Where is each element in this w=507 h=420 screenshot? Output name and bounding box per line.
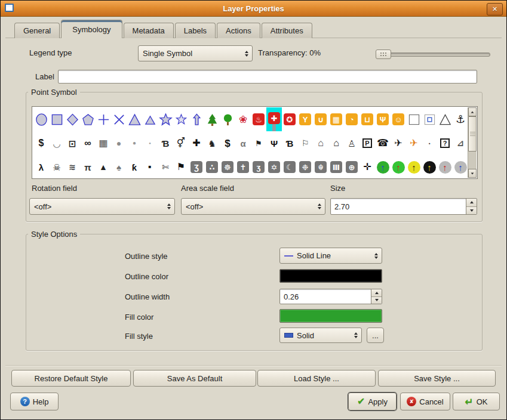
spin-up-icon[interactable] <box>371 289 382 297</box>
symbol-white-square[interactable] <box>406 107 422 131</box>
symbol-list[interactable]: ❀♨✚✪Y∪▦◔⊔Ψ☺⚓$◡⊡∞▦●●●Ɓ⚥✚♞$α⚑ΨƁ⚐⌂⌂♙P☎✈✈●?⊿… <box>32 106 478 179</box>
load-style-button[interactable]: Load Style ... <box>257 370 376 387</box>
restore-default-style-button[interactable]: Restore Default Style <box>11 370 131 387</box>
symbol-cross[interactable] <box>96 107 111 131</box>
symbol-boat[interactable]: ◡ <box>49 131 64 155</box>
symbol-diamond[interactable] <box>64 107 80 131</box>
symbol-marina[interactable]: ⚑ <box>251 131 266 155</box>
symbol-point[interactable]: ● <box>422 131 437 155</box>
symbol-slipway[interactable]: ⊿ <box>453 131 467 155</box>
symbol-north-arrow[interactable]: ✛ <box>359 155 375 178</box>
symbol-arrow[interactable] <box>189 107 204 131</box>
transparency-slider-groove[interactable] <box>376 52 490 57</box>
symbol-small-square[interactable]: ■ <box>142 155 158 178</box>
symbol-building[interactable]: ▦ <box>96 131 111 155</box>
symbol-cinema[interactable]: ▦ <box>328 107 344 131</box>
symbol-worship[interactable]: Ʒ <box>189 155 204 178</box>
symbol-toilets[interactable]: ⚥ <box>173 131 189 155</box>
spin-down-icon[interactable] <box>466 207 477 215</box>
symbol-trail[interactable]: ƙ <box>127 155 142 178</box>
symbol-globe[interactable]: ⊕ <box>344 155 359 178</box>
symbol-swimming[interactable]: ≋ <box>64 155 80 178</box>
symbol-ellipse[interactable]: ● <box>111 131 127 155</box>
scroll-up-icon[interactable] <box>468 107 477 116</box>
outline-color-button[interactable] <box>279 269 382 283</box>
symbol-fuel[interactable]: Ɓ <box>282 131 297 155</box>
scroll-down-icon[interactable] <box>468 169 477 178</box>
symbol-shinto[interactable]: ∴ <box>204 155 220 178</box>
symbol-buddhism[interactable]: ☸ <box>220 155 235 178</box>
symbol-cocktail[interactable]: Y <box>297 107 313 131</box>
fill-style-select[interactable]: Solid <box>279 328 362 343</box>
tab-metadata[interactable]: Metadata <box>124 23 174 38</box>
spin-buttons[interactable] <box>371 289 382 304</box>
symbol-museum[interactable]: Ⅲ <box>328 155 344 178</box>
outline-style-select[interactable]: Solid Line <box>279 248 382 264</box>
symbol-christianity[interactable]: ✝ <box>235 155 251 178</box>
tab-labels[interactable]: Labels <box>175 23 216 38</box>
cancel-button[interactable]: ✘ Cancel <box>400 393 450 410</box>
symbol-bahai[interactable]: ❉ <box>297 155 313 178</box>
titlebar[interactable]: Layer Properties ✕ <box>1 1 506 17</box>
symbol-equilateral-triangle[interactable] <box>142 107 158 131</box>
symbol-car[interactable]: ∞ <box>80 131 96 155</box>
spin-up-icon[interactable] <box>466 199 477 207</box>
symbol-flower[interactable]: ❀ <box>235 107 251 131</box>
symbol-pub[interactable]: ⊔ <box>359 107 375 131</box>
scrollbar-thumb[interactable] <box>468 116 477 152</box>
fill-style-more-button[interactable]: ... <box>367 328 384 343</box>
symbol-fish[interactable]: α <box>235 131 251 155</box>
symbol-fire[interactable]: ♨ <box>251 107 266 131</box>
symbol-sikhism[interactable]: ☬ <box>313 155 328 178</box>
symbol-golf[interactable]: ⚐ <box>297 131 313 155</box>
rotation-field-select[interactable]: <off> <box>29 198 175 215</box>
save-style-button[interactable]: Save Style ... <box>378 370 496 387</box>
symbol-lodging[interactable]: ⌂ <box>328 131 344 155</box>
symbol-unknown[interactable]: ? <box>437 131 453 155</box>
symbol-scrollbar[interactable] <box>468 107 477 178</box>
symbol-marker-red-on-green[interactable]: ↑ <box>391 155 406 178</box>
symbol-cafe[interactable]: ∪ <box>313 107 328 131</box>
spin-buttons[interactable] <box>466 199 477 214</box>
symbol-currency[interactable]: $ <box>220 131 235 155</box>
symbol-first-aid[interactable]: ✚ <box>266 107 282 131</box>
symbol-deer[interactable]: ♞ <box>204 131 220 155</box>
symbol-marker-yellow-on-black[interactable]: ↑ <box>422 155 437 178</box>
symbol-airport[interactable]: ✈ <box>391 131 406 155</box>
symbol-open-triangle[interactable] <box>437 107 453 131</box>
close-icon[interactable]: ✕ <box>487 3 503 16</box>
symbol-pizza[interactable]: ◔ <box>344 107 359 131</box>
symbol-regular-star[interactable] <box>173 107 189 131</box>
symbol-house[interactable]: ⌂ <box>313 131 328 155</box>
symbol-dollar[interactable]: $ <box>33 131 49 155</box>
symbol-dot[interactable]: ● <box>142 131 158 155</box>
symbol-tree[interactable] <box>220 107 235 131</box>
symbol-islam[interactable]: ☾ <box>282 155 297 178</box>
symbol-marker-blue-on-green[interactable]: ↑ <box>375 155 391 178</box>
symbol-anchor[interactable]: ⚓ <box>453 107 467 131</box>
symbol-marker-dark-on-yellow[interactable]: ↑ <box>406 155 422 178</box>
symbol-circle[interactable] <box>33 107 49 131</box>
size-spinbox[interactable]: 2.70 <box>330 198 477 215</box>
ok-button[interactable]: ↵ OK <box>453 393 500 410</box>
symbol-cableway[interactable]: ✄ <box>158 155 173 178</box>
symbol-picnic[interactable]: π <box>80 155 96 178</box>
symbol-triangle[interactable] <box>127 107 142 131</box>
symbol-landmark[interactable]: ✪ <box>282 107 297 131</box>
tab-actions[interactable]: Actions <box>217 23 260 38</box>
symbol-hospital[interactable]: ✚ <box>189 131 204 155</box>
symbol-pentagon[interactable] <box>80 107 96 131</box>
help-button[interactable]: ? Help <box>10 393 59 410</box>
tab-general[interactable]: General <box>14 23 60 38</box>
symbol-cross-x[interactable] <box>111 107 127 131</box>
legend-type-select[interactable]: Single Symbol <box>138 45 253 61</box>
window-menu-icon[interactable] <box>5 4 14 12</box>
symbol-star[interactable] <box>158 107 173 131</box>
symbol-telephone[interactable]: ☎ <box>375 131 391 155</box>
tab-symbology[interactable]: Symbology <box>61 20 122 38</box>
fill-color-button[interactable] <box>279 309 382 323</box>
symbol-restaurant[interactable]: Ψ <box>375 107 391 131</box>
symbol-skiing[interactable]: λ <box>33 155 49 178</box>
symbol-parking[interactable]: P <box>359 131 375 155</box>
symbol-park[interactable]: ♠ <box>111 155 127 178</box>
